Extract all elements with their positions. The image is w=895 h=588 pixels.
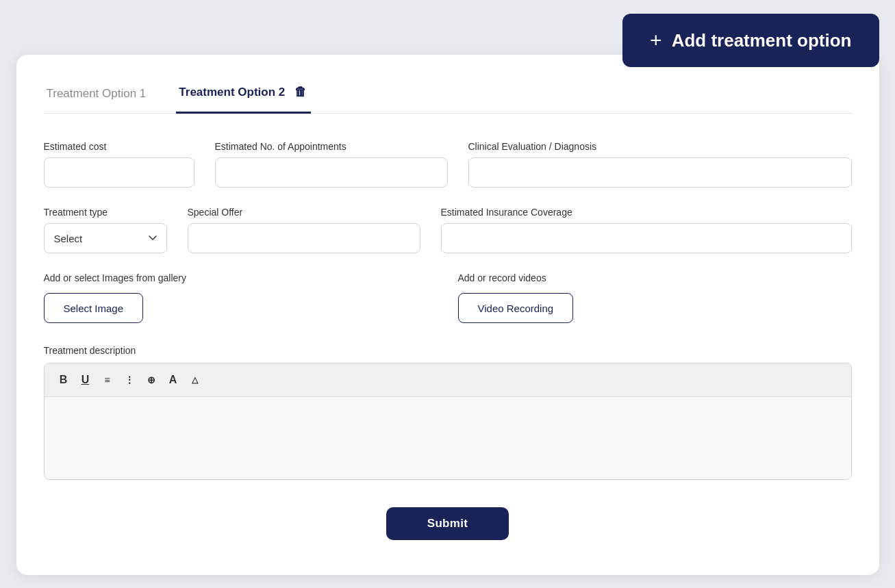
plus-icon: +	[650, 29, 662, 52]
estimated-cost-group: Estimated cost	[44, 141, 194, 188]
media-row: Add or select Images from gallery Select…	[44, 272, 852, 323]
add-treatment-button[interactable]: + Add treatment option	[622, 14, 879, 67]
videos-label: Add or record videos	[458, 272, 852, 283]
tab-treatment-option-2[interactable]: Treatment Option 2 🗑	[176, 75, 311, 114]
treatment-type-select[interactable]: Select Surgical Non-Surgical Medication	[44, 223, 167, 253]
form-row-2: Treatment type Select Surgical Non-Surgi…	[44, 207, 852, 253]
estimated-appointments-input[interactable]	[215, 157, 448, 188]
description-section: Treatment description B U ≡ ⋮ ⊕ A △	[44, 345, 852, 480]
video-recording-button[interactable]: Video Recording	[458, 293, 574, 323]
editor-content[interactable]	[45, 397, 851, 479]
special-offer-group: Special Offer	[188, 207, 420, 253]
tabs-container: Treatment Option 1 Treatment Option 2 🗑	[44, 75, 852, 114]
description-label: Treatment description	[44, 345, 852, 356]
main-card: Treatment Option 1 Treatment Option 2 🗑 …	[16, 55, 879, 575]
clinical-evaluation-input[interactable]	[468, 157, 852, 188]
ordered-list-button[interactable]: ≡	[98, 370, 117, 389]
clinical-evaluation-label: Clinical Evaluation / Diagnosis	[468, 141, 852, 152]
images-label: Add or select Images from gallery	[44, 272, 438, 283]
estimated-appointments-group: Estimated No. of Appointments	[215, 141, 448, 188]
insurance-coverage-input[interactable]	[441, 223, 852, 253]
videos-group: Add or record videos Video Recording	[458, 272, 852, 323]
submit-row: Submit	[44, 507, 852, 540]
treatment-type-group: Treatment type Select Surgical Non-Surgi…	[44, 207, 167, 253]
select-image-button[interactable]: Select Image	[44, 293, 144, 323]
submit-button[interactable]: Submit	[386, 507, 509, 540]
estimated-cost-label: Estimated cost	[44, 141, 194, 152]
editor-toolbar: B U ≡ ⋮ ⊕ A △	[45, 363, 851, 397]
images-group: Add or select Images from gallery Select…	[44, 272, 438, 323]
unordered-list-button[interactable]: ⋮	[120, 370, 139, 389]
font-size-button[interactable]: A	[164, 370, 183, 389]
highlight-button[interactable]: △	[186, 370, 205, 389]
add-treatment-label: Add treatment option	[672, 30, 852, 51]
special-offer-input[interactable]	[188, 223, 420, 253]
form-row-1: Estimated cost Estimated No. of Appointm…	[44, 141, 852, 188]
treatment-type-label: Treatment type	[44, 207, 167, 218]
link-button[interactable]: ⊕	[142, 370, 161, 389]
delete-tab-icon[interactable]: 🗑	[293, 84, 308, 101]
page-wrapper: + Add treatment option Treatment Option …	[16, 14, 879, 575]
insurance-coverage-label: Estimated Insurance Coverage	[441, 207, 852, 218]
special-offer-label: Special Offer	[188, 207, 420, 218]
bold-button[interactable]: B	[54, 370, 73, 389]
insurance-coverage-group: Estimated Insurance Coverage	[441, 207, 852, 253]
editor-container: B U ≡ ⋮ ⊕ A △	[44, 363, 852, 480]
underline-button[interactable]: U	[76, 370, 95, 389]
clinical-evaluation-group: Clinical Evaluation / Diagnosis	[468, 141, 852, 188]
estimated-appointments-label: Estimated No. of Appointments	[215, 141, 448, 152]
estimated-cost-input[interactable]	[44, 157, 194, 188]
tab-treatment-option-1[interactable]: Treatment Option 1	[44, 79, 149, 114]
